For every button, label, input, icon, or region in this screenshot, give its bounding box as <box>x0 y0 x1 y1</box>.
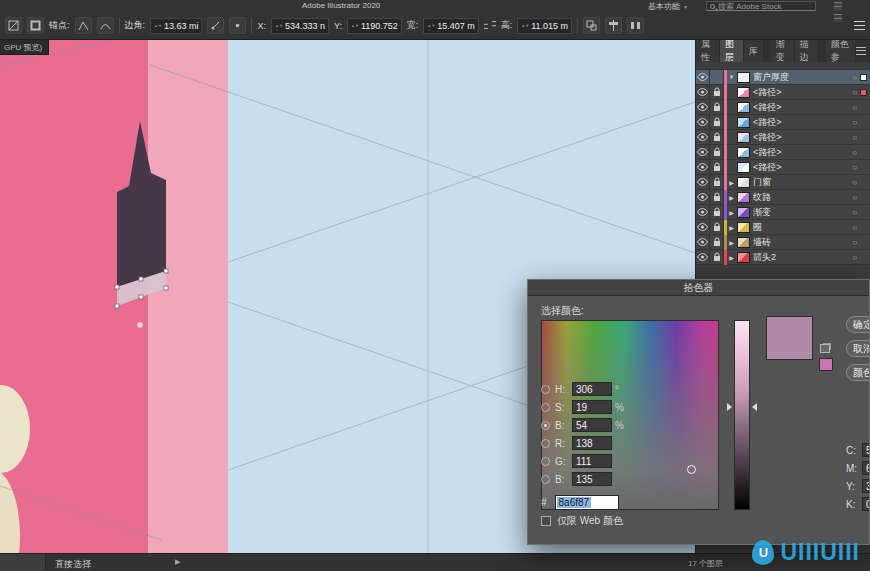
lock-toggle-icon[interactable] <box>710 220 724 235</box>
expand-arrow-icon[interactable]: ▶ <box>727 179 736 186</box>
field-radio[interactable] <box>541 403 550 412</box>
lock-toggle-icon[interactable] <box>710 130 724 145</box>
dialog-title[interactable]: 拾色器 <box>528 280 869 296</box>
hex-input[interactable]: 8a6f87 <box>555 495 619 510</box>
layer-name[interactable]: <路径> <box>753 161 852 174</box>
arrange-documents-icon[interactable] <box>834 14 842 22</box>
field-input[interactable]: 19 <box>572 400 612 414</box>
width-input[interactable]: ▲▼ 15.407 m <box>423 18 478 34</box>
slider-arrow-left-icon[interactable] <box>727 403 732 411</box>
align-icon[interactable] <box>605 17 622 34</box>
picker-mini-swatch[interactable] <box>819 358 833 371</box>
handles-hide-icon[interactable] <box>229 17 246 34</box>
status-arrow-icon[interactable]: ▶ <box>175 558 180 566</box>
layer-row[interactable]: <路径>○ <box>696 160 870 175</box>
visibility-toggle-icon[interactable] <box>696 115 710 130</box>
reference-point[interactable] <box>137 322 143 328</box>
visibility-toggle-icon[interactable] <box>696 70 710 85</box>
lock-toggle-icon[interactable] <box>710 70 724 85</box>
layer-row[interactable]: ▶墙砖○ <box>696 235 870 250</box>
layer-row[interactable]: <路径>○ <box>696 115 870 130</box>
lock-toggle-icon[interactable] <box>710 250 724 265</box>
layer-thumbnail[interactable] <box>737 192 750 203</box>
panel-menu-icon[interactable] <box>856 47 866 55</box>
layer-row[interactable]: <路径>○ <box>696 85 870 100</box>
visibility-toggle-icon[interactable] <box>696 85 710 100</box>
layer-name[interactable]: 纹路 <box>753 191 852 204</box>
layer-thumbnail[interactable] <box>737 177 750 188</box>
target-circle-icon[interactable]: ○ <box>852 178 857 187</box>
field-radio[interactable] <box>541 439 550 448</box>
field-radio[interactable] <box>541 421 550 430</box>
target-circle-icon[interactable]: ○ <box>852 253 857 262</box>
target-circle-icon[interactable]: ○ <box>852 163 857 172</box>
lock-toggle-icon[interactable] <box>710 100 724 115</box>
panel-tab-0[interactable]: 属性 <box>696 40 720 62</box>
layer-name[interactable]: 墙砖 <box>753 236 852 249</box>
target-circle-icon[interactable]: ○ <box>852 118 857 127</box>
target-circle-icon[interactable]: ○ <box>852 208 857 217</box>
layer-thumbnail[interactable] <box>737 147 750 158</box>
visibility-toggle-icon[interactable] <box>696 145 710 160</box>
handles-show-icon[interactable] <box>207 17 224 34</box>
target-circle-icon[interactable]: ○ <box>852 148 857 157</box>
layer-thumbnail[interactable] <box>737 132 750 143</box>
lock-toggle-icon[interactable] <box>710 175 724 190</box>
layer-row[interactable]: ▶渐变○ <box>696 205 870 220</box>
transform-icon[interactable] <box>583 17 600 34</box>
field-input[interactable]: 306 <box>572 382 612 396</box>
brightness-slider[interactable] <box>734 320 750 510</box>
expand-arrow-icon[interactable]: ▶ <box>727 254 736 261</box>
field-input[interactable]: 135 <box>572 472 612 486</box>
stepper-icon[interactable]: ▲▼ <box>275 24 283 28</box>
visibility-toggle-icon[interactable] <box>696 205 710 220</box>
link-dimensions-icon[interactable] <box>484 19 496 33</box>
field-input[interactable]: 54 <box>572 418 612 432</box>
field-radio[interactable] <box>541 385 550 394</box>
field-input[interactable]: 5 <box>862 443 870 457</box>
lock-toggle-icon[interactable] <box>710 160 724 175</box>
layer-row[interactable]: ▶箭头2○ <box>696 250 870 265</box>
cancel-button[interactable]: 取消 <box>846 340 870 357</box>
layer-row[interactable]: ▼窗户厚度○ <box>696 70 870 85</box>
layer-thumbnail[interactable] <box>737 207 750 218</box>
expand-arrow-icon[interactable]: ▼ <box>727 74 736 80</box>
panel-tab-3[interactable]: 渐变 <box>771 40 795 62</box>
layer-thumbnail[interactable] <box>737 72 750 83</box>
ok-button[interactable]: 确定 <box>846 316 870 333</box>
layer-thumbnail[interactable] <box>737 222 750 233</box>
visibility-toggle-icon[interactable] <box>696 130 710 145</box>
lock-toggle-icon[interactable] <box>710 205 724 220</box>
menu-icon[interactable] <box>854 21 865 30</box>
field-radio[interactable] <box>541 475 550 484</box>
stepper-icon[interactable]: ▲▼ <box>521 24 529 28</box>
stroke-proxy-icon[interactable] <box>27 17 44 34</box>
field-input[interactable]: 111 <box>572 454 612 468</box>
layer-row[interactable]: <路径>○ <box>696 130 870 145</box>
color-libraries-button[interactable]: 颜色库 <box>846 364 870 381</box>
convert-smooth-icon[interactable] <box>97 17 114 34</box>
height-input[interactable]: ▲▼ 11.015 m <box>517 18 572 34</box>
visibility-toggle-icon[interactable] <box>696 175 710 190</box>
target-circle-icon[interactable]: ○ <box>852 73 857 82</box>
target-circle-icon[interactable]: ○ <box>852 103 857 112</box>
lock-toggle-icon[interactable] <box>710 115 724 130</box>
layer-row[interactable]: <路径>○ <box>696 145 870 160</box>
panel-tab-1[interactable]: 图层 <box>720 40 744 62</box>
slider-arrow-right-icon[interactable] <box>752 403 757 411</box>
visibility-toggle-icon[interactable] <box>696 190 710 205</box>
stepper-icon[interactable]: ▲▼ <box>427 24 435 28</box>
lock-toggle-icon[interactable] <box>710 85 724 100</box>
document-tab[interactable]: GPU 预览) <box>0 40 49 55</box>
x-input[interactable]: ▲▼ 534.333 n <box>271 18 329 34</box>
visibility-toggle-icon[interactable] <box>696 100 710 115</box>
spectrum-cursor[interactable] <box>687 465 696 474</box>
layer-thumbnail[interactable] <box>737 237 750 248</box>
expand-arrow-icon[interactable]: ▶ <box>727 194 736 201</box>
zoom-box[interactable] <box>0 554 46 571</box>
target-circle-icon[interactable]: ○ <box>852 88 857 97</box>
panel-tab-5[interactable]: 颜色参 <box>826 40 856 62</box>
layer-name[interactable]: 窗户厚度 <box>753 71 852 84</box>
target-circle-icon[interactable]: ○ <box>852 193 857 202</box>
layer-thumbnail[interactable] <box>737 87 750 98</box>
